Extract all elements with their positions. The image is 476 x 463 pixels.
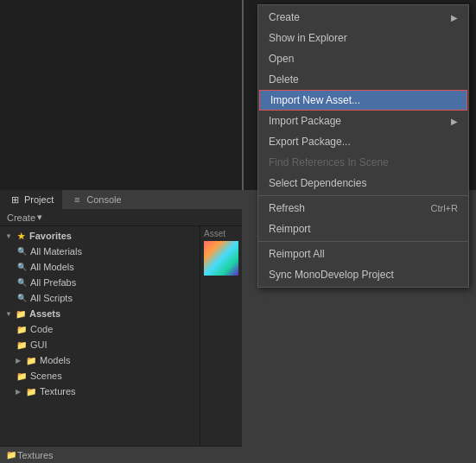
- all-prefabs-search-icon: 🔍: [16, 276, 28, 289]
- menu-create-label: Create: [269, 11, 300, 23]
- menu-item-import-package[interactable]: Import Package ▶: [258, 111, 468, 131]
- menu-separator-2: [258, 241, 468, 242]
- favorites-star-icon: ★: [15, 230, 27, 242]
- menu-item-import-new-asset[interactable]: Import New Asset...: [259, 90, 467, 111]
- console-tab-label: Console: [86, 194, 121, 205]
- menu-find-references-label: Find References In Scene: [269, 156, 389, 168]
- create-arrow-icon: ▾: [37, 212, 42, 223]
- project-panel: ⊞ Project ≡ Console Create ▾ ▼ ★ Favorit…: [0, 190, 242, 463]
- menu-item-refresh[interactable]: Refresh Ctrl+R: [258, 198, 468, 219]
- menu-item-reimport[interactable]: Reimport: [258, 219, 468, 239]
- scenes-label: Scenes: [30, 371, 62, 381]
- main-viewport: [0, 0, 242, 190]
- menu-import-new-asset-label: Import New Asset...: [270, 94, 360, 106]
- menu-item-reimport-all[interactable]: Reimport All: [258, 244, 468, 264]
- context-menu: Create ▶ Show in Explorer Open Delete Im…: [257, 4, 469, 288]
- models-expand-icon: ▶: [16, 357, 22, 364]
- create-label: Create: [7, 212, 35, 223]
- console-tab-icon: ≡: [71, 193, 83, 206]
- textures-folder-icon: 📁: [25, 385, 37, 397]
- project-tab-icon: ⊞: [9, 193, 21, 206]
- asset-thumbnail: [204, 241, 238, 276]
- menu-select-dependencies-label: Select Dependencies: [269, 177, 366, 189]
- tree-item-scenes[interactable]: 📁 Scenes: [0, 368, 200, 384]
- assets-expand-icon: ▼: [5, 310, 12, 317]
- menu-import-package-arrow-icon: ▶: [451, 117, 458, 126]
- asset-preview-panel: Asset: [200, 226, 242, 463]
- all-materials-search-icon: 🔍: [16, 245, 28, 257]
- menu-sync-monodevelop-label: Sync MonoDevelop Project: [269, 269, 394, 281]
- menu-export-package-label: Export Package...: [269, 136, 351, 148]
- menu-reimport-all-label: Reimport All: [269, 248, 325, 260]
- assets-folder-icon: 📁: [15, 308, 27, 320]
- menu-item-delete[interactable]: Delete: [258, 69, 468, 90]
- tab-project[interactable]: ⊞ Project: [0, 190, 62, 209]
- tree-panel: ▼ ★ Favorites 🔍 All Materials 🔍 All Mode…: [0, 226, 200, 463]
- code-folder-icon: 📁: [16, 323, 28, 335]
- menu-item-show-in-explorer[interactable]: Show in Explorer: [258, 28, 468, 48]
- favorites-label: Favorites: [29, 231, 72, 241]
- tree-item-code[interactable]: 📁 Code: [0, 321, 200, 337]
- menu-import-package-label: Import Package: [269, 115, 341, 127]
- menu-item-create[interactable]: Create ▶: [258, 7, 468, 28]
- menu-separator-1: [258, 195, 468, 196]
- textures-label: Textures: [40, 386, 76, 396]
- create-button[interactable]: Create ▾: [3, 212, 46, 223]
- status-bar: 📁 Textures: [0, 446, 242, 463]
- models-label: Models: [40, 355, 70, 365]
- menu-item-select-dependencies[interactable]: Select Dependencies: [258, 173, 468, 193]
- menu-delete-label: Delete: [269, 73, 299, 86]
- tree-item-favorites[interactable]: ▼ ★ Favorites: [0, 228, 200, 244]
- gui-folder-icon: 📁: [16, 339, 28, 351]
- menu-item-find-references: Find References In Scene: [258, 152, 468, 173]
- tree-item-assets[interactable]: ▼ 📁 Assets: [0, 306, 200, 321]
- tree-item-all-prefabs[interactable]: 🔍 All Prefabs: [0, 275, 200, 290]
- scenes-folder-icon: 📁: [16, 370, 28, 382]
- panel-toolbar: Create ▾: [0, 209, 242, 226]
- favorites-expand-icon: ▼: [5, 232, 12, 239]
- code-label: Code: [30, 324, 53, 334]
- panel-content: ▼ ★ Favorites 🔍 All Materials 🔍 All Mode…: [0, 226, 242, 463]
- all-materials-label: All Materials: [30, 246, 82, 257]
- tree-item-all-models[interactable]: 🔍 All Models: [0, 259, 200, 275]
- tab-console[interactable]: ≡ Console: [62, 190, 130, 209]
- status-folder-icon: 📁: [5, 449, 17, 461]
- all-models-label: All Models: [30, 262, 74, 272]
- all-prefabs-label: All Prefabs: [30, 277, 76, 288]
- all-scripts-label: All Scripts: [30, 293, 73, 303]
- menu-open-label: Open: [269, 53, 294, 65]
- menu-item-sync-monodevelop[interactable]: Sync MonoDevelop Project: [258, 264, 468, 285]
- tree-item-textures[interactable]: ▶ 📁 Textures: [0, 384, 200, 399]
- panel-tabs: ⊞ Project ≡ Console: [0, 190, 242, 209]
- status-label: Textures: [17, 450, 54, 460]
- menu-item-open[interactable]: Open: [258, 48, 468, 69]
- menu-reimport-label: Reimport: [269, 223, 311, 235]
- textures-expand-icon: ▶: [16, 388, 22, 395]
- tree-item-all-materials[interactable]: 🔍 All Materials: [0, 244, 200, 259]
- asset-panel-header: Asset: [202, 228, 240, 239]
- menu-create-arrow-icon: ▶: [451, 13, 458, 22]
- project-tab-label: Project: [24, 194, 54, 205]
- gui-label: GUI: [30, 339, 48, 350]
- models-folder-icon: 📁: [25, 354, 37, 366]
- menu-refresh-label: Refresh: [269, 202, 305, 214]
- menu-refresh-shortcut: Ctrl+R: [431, 203, 458, 213]
- tree-item-gui[interactable]: 📁 GUI: [0, 337, 200, 352]
- assets-label: Assets: [29, 308, 60, 319]
- menu-item-export-package[interactable]: Export Package...: [258, 131, 468, 152]
- menu-show-explorer-label: Show in Explorer: [269, 32, 347, 44]
- all-scripts-search-icon: 🔍: [16, 292, 28, 304]
- tree-item-models[interactable]: ▶ 📁 Models: [0, 352, 200, 368]
- all-models-search-icon: 🔍: [16, 261, 28, 273]
- tree-item-all-scripts[interactable]: 🔍 All Scripts: [0, 290, 200, 306]
